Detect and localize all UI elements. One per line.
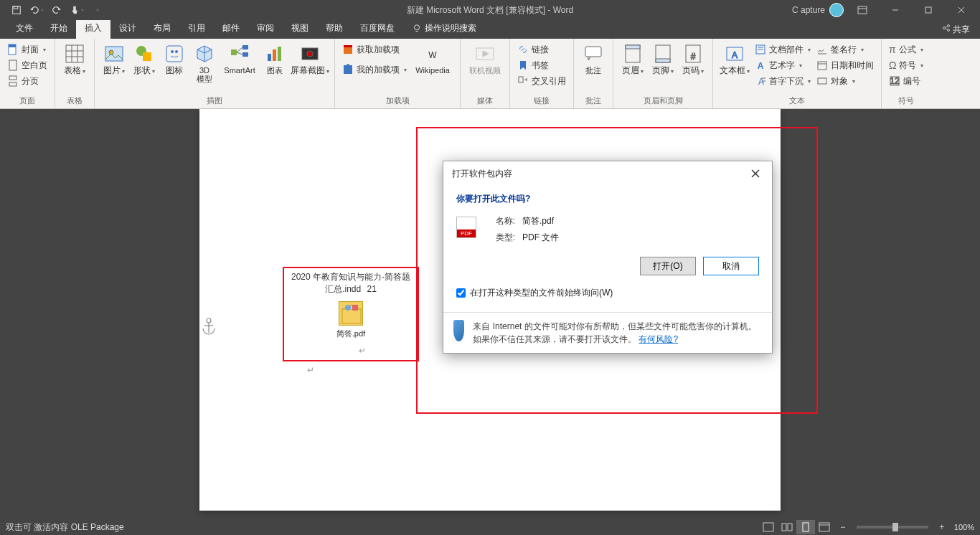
embedded-object-region[interactable]: 2020 年教育知识与能力-简答题汇总.indd 21 简答.pdf <box>283 267 419 361</box>
tab-help[interactable]: 帮助 <box>317 19 352 39</box>
wikipedia-label: Wikipedia <box>415 66 450 75</box>
maximize-icon[interactable] <box>914 0 943 20</box>
tab-review[interactable]: 审阅 <box>248 19 283 39</box>
minimize-icon[interactable] <box>881 0 910 20</box>
web-layout-icon[interactable] <box>815 520 834 534</box>
screenshot-label: 屏幕截图 <box>291 65 325 75</box>
group-illustrations: 图片▾ 形状▾ 图标 3D 模型 SmartArt 图表 屏幕截图▾ 插图 <box>95 39 335 108</box>
pictures-icon <box>103 43 125 65</box>
tab-references[interactable]: 引用 <box>179 19 214 39</box>
my-addins-label: 我的加载项 <box>357 64 400 76</box>
svg-line-35 <box>237 47 242 52</box>
undo-icon[interactable]: ▾ <box>29 2 44 18</box>
bookmark-button[interactable]: 书签 <box>514 57 569 73</box>
comment-label: 批注 <box>585 66 601 75</box>
save-icon[interactable] <box>9 2 24 18</box>
chart-label: 图表 <box>267 66 283 75</box>
package-icon[interactable] <box>339 301 363 326</box>
page-number-button[interactable]: #页码▾ <box>678 40 708 75</box>
cross-reference-button[interactable]: 交叉引用 <box>514 73 569 89</box>
open-button[interactable]: 打开(O) <box>640 257 696 275</box>
my-addins-button[interactable]: 我的加载项▾ <box>339 62 410 77</box>
puzzle-icon <box>342 64 354 75</box>
quick-parts-button[interactable]: 文档部件▾ <box>752 42 814 57</box>
svg-rect-73 <box>352 305 358 311</box>
header-button[interactable]: 页眉▾ <box>618 40 648 75</box>
tab-home[interactable]: 开始 <box>42 19 76 39</box>
cancel-button[interactable]: 取消 <box>703 257 759 275</box>
redo-icon[interactable] <box>49 2 65 18</box>
wordart-button[interactable]: A艺术字▾ <box>752 57 814 73</box>
equation-button[interactable]: π公式▾ <box>886 42 926 57</box>
tell-me[interactable]: 操作说明搜索 <box>403 19 485 39</box>
print-layout-icon[interactable] <box>796 520 815 534</box>
svg-line-14 <box>945 29 947 30</box>
wikipedia-button[interactable]: WWikipedia <box>410 40 456 75</box>
smartart-button[interactable]: SmartArt <box>220 40 260 75</box>
shield-icon <box>453 320 464 341</box>
tab-mailings[interactable]: 邮件 <box>214 19 248 39</box>
tab-view[interactable]: 视图 <box>283 19 317 39</box>
share-label: 共享 <box>953 24 970 34</box>
dialog-title: 打开软件包内容 <box>452 168 745 180</box>
tab-insert[interactable]: 插入 <box>76 19 110 39</box>
close-icon[interactable] <box>947 0 976 20</box>
video-icon <box>474 43 496 65</box>
shapes-button[interactable]: 形状▾ <box>129 40 159 75</box>
zoom-slider[interactable] <box>857 526 928 529</box>
icons-button[interactable]: 图标 <box>159 40 189 75</box>
get-addins-button[interactable]: 获取加载项 <box>339 42 410 57</box>
blank-page-button[interactable]: 空白页 <box>4 57 50 73</box>
date-time-button[interactable]: 日期和时间 <box>814 57 877 73</box>
embedded-filename: 简答.pdf <box>284 328 418 339</box>
zoom-level[interactable]: 100% <box>954 523 974 531</box>
avatar[interactable] <box>829 3 844 17</box>
touch-mode-icon[interactable]: ▾ <box>69 2 85 18</box>
textbox-button[interactable]: A文本框▾ <box>717 40 752 75</box>
account-name[interactable]: C apture <box>792 5 825 15</box>
date-time-label: 日期和时间 <box>831 60 874 72</box>
link-button[interactable]: 链接 <box>514 42 569 57</box>
comment-button[interactable]: 批注 <box>578 40 608 75</box>
dropcap-icon: A <box>755 75 766 87</box>
dialog-close-button[interactable] <box>745 164 766 184</box>
number-button[interactable]: 12编号 <box>886 73 926 89</box>
always-ask-checkbox[interactable]: 在打开这种类型的文件前始终询问(W) <box>456 287 759 299</box>
qat-customize-icon[interactable]: ▾ <box>89 2 105 18</box>
share-button[interactable]: 共享 <box>932 21 980 39</box>
tab-design[interactable]: 设计 <box>110 19 145 39</box>
zoom-in-button[interactable]: + <box>933 520 951 534</box>
tab-layout[interactable]: 布局 <box>145 19 179 39</box>
pictures-label: 图片 <box>103 65 121 75</box>
cover-page-button[interactable]: 封面▾ <box>4 42 50 57</box>
titlebar-right: C apture <box>792 0 980 20</box>
svg-point-72 <box>345 305 351 311</box>
quick-parts-label: 文档部件 <box>769 44 804 56</box>
chart-button[interactable]: 图表 <box>260 40 290 75</box>
tab-baidu[interactable]: 百度网盘 <box>352 19 403 39</box>
ribbon-display-icon[interactable] <box>848 0 877 20</box>
object-button[interactable]: 对象▾ <box>814 73 877 89</box>
page-break-button[interactable]: 分页 <box>4 73 50 89</box>
svg-line-36 <box>237 52 242 55</box>
focus-mode-icon[interactable] <box>759 520 778 534</box>
store-icon <box>342 44 354 55</box>
svg-rect-80 <box>782 524 786 531</box>
3d-models-button[interactable]: 3D 模型 <box>189 40 220 83</box>
type-value: PDF 文件 <box>522 232 559 244</box>
tab-file[interactable]: 文件 <box>7 19 42 39</box>
symbol-button[interactable]: Ω符号▾ <box>886 57 926 73</box>
svg-rect-16 <box>9 44 16 47</box>
signature-icon <box>816 44 828 55</box>
screenshot-button[interactable]: 屏幕截图▾ <box>290 40 330 75</box>
signature-line-button[interactable]: 签名行▾ <box>814 42 877 57</box>
always-ask-input[interactable] <box>456 288 466 298</box>
footer-button[interactable]: 页脚▾ <box>648 40 678 75</box>
zoom-out-button[interactable]: − <box>834 520 852 534</box>
dropcap-button[interactable]: A首字下沉▾ <box>752 73 814 89</box>
risk-link[interactable]: 有何风险? <box>639 334 678 344</box>
table-button[interactable]: 表格▾ <box>60 40 90 75</box>
svg-rect-71 <box>342 309 361 323</box>
pictures-button[interactable]: 图片▾ <box>99 40 129 75</box>
read-mode-icon[interactable] <box>778 520 796 534</box>
